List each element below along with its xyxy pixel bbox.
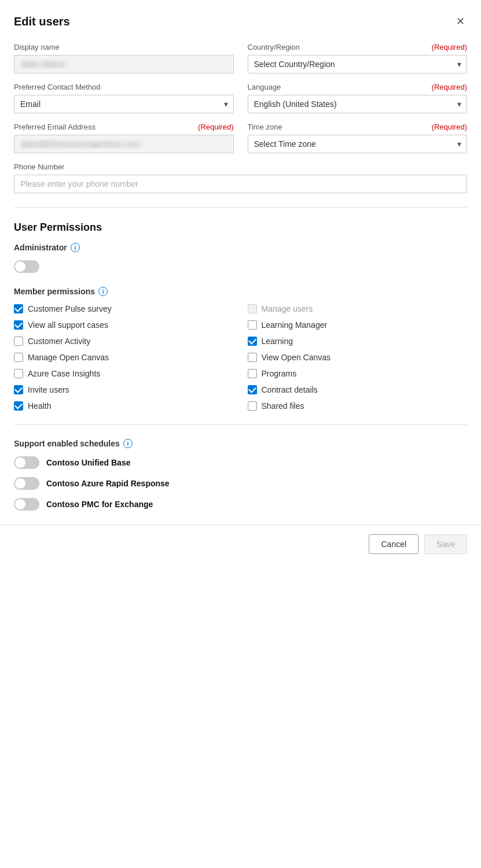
contact-method-group: Preferred Contact Method Email [14,83,234,113]
close-button[interactable]: ✕ [454,14,467,29]
permission-label: Manage Open Canvas [28,353,109,362]
country-select-wrapper: Select Country/Region [248,55,468,73]
permission-item: Azure Case Insights [14,369,234,378]
edit-user-form: Display name Country/Region (Required) S… [14,43,467,193]
member-permissions-subtitle: Member permissions i [14,287,467,296]
checkbox-input[interactable] [14,353,23,362]
save-button[interactable]: Save [424,534,467,554]
permission-item: Invite users [14,385,234,394]
country-label: Country/Region (Required) [248,43,468,51]
country-group: Country/Region (Required) Select Country… [248,43,468,73]
permission-item: Manage users [248,304,468,313]
permission-label: Learning [262,337,293,346]
schedules-section: Support enabled schedules i Contoso Unif… [14,439,467,511]
schedule-label: Contoso PMC for Exchange [46,500,153,509]
user-permissions-section: User Permissions Administrator i Member … [14,221,467,411]
schedule-item: Contoso Unified Base [14,456,467,469]
permission-label: Contract details [262,385,318,394]
language-group: Language (Required) English (United Stat… [248,83,468,113]
permission-label: Customer Pulse survey [28,304,112,313]
permission-label: Manage users [262,304,313,313]
permission-item: Manage Open Canvas [14,353,234,362]
email-input[interactable] [14,135,234,153]
permission-item: View Open Canvas [248,353,468,362]
divider-2 [14,424,467,425]
panel-header: Edit users ✕ [14,14,467,29]
permission-item: Customer Pulse survey [14,304,234,313]
checkbox-input[interactable] [14,385,23,394]
country-select[interactable]: Select Country/Region [248,55,468,73]
admin-toggle-wrapper [14,260,467,273]
timezone-select-wrapper: Select Time zone [248,135,468,153]
contact-method-select-wrapper: Email [14,95,234,113]
permission-label: Shared files [262,401,304,411]
admin-subtitle: Administrator i [14,243,467,252]
schedules-info-icon[interactable]: i [123,439,133,448]
permission-item: Health [14,401,234,411]
phone-input[interactable] [14,175,467,193]
checkbox-input[interactable] [248,337,257,346]
checkbox-input[interactable] [14,304,23,313]
cancel-button[interactable]: Cancel [369,534,418,554]
timezone-group: Time zone (Required) Select Time zone [248,123,468,153]
permission-item: Customer Activity [14,337,234,346]
schedules-list: Contoso Unified BaseContoso Azure Rapid … [14,456,467,511]
checkbox-input[interactable] [14,337,23,346]
checkbox-input[interactable] [248,320,257,330]
display-name-input[interactable] [14,55,234,73]
email-group: Preferred Email Address (Required) [14,123,234,153]
checkbox-input[interactable] [248,401,257,411]
language-select-wrapper: English (United States) [248,95,468,113]
permission-label: Azure Case Insights [28,369,100,378]
permission-label: Programs [262,369,297,378]
permissions-grid: Customer Pulse surveyManage usersView al… [14,304,467,411]
contact-method-label: Preferred Contact Method [14,83,234,91]
permission-label: Health [28,401,51,411]
permission-label: Invite users [28,385,69,394]
footer: Cancel Save [0,525,481,563]
checkbox-input[interactable] [248,353,257,362]
member-permissions-info-icon[interactable]: i [98,287,108,296]
permission-label: Customer Activity [28,337,90,346]
language-select[interactable]: English (United States) [248,95,468,113]
permission-label: View Open Canvas [262,353,331,362]
schedule-item: Contoso PMC for Exchange [14,498,467,511]
checkbox-input[interactable] [14,369,23,378]
permission-label: View all support cases [28,320,108,330]
schedule-toggle[interactable] [14,456,39,469]
timezone-label: Time zone (Required) [248,123,468,131]
schedule-label: Contoso Azure Rapid Response [46,479,170,488]
phone-group: Phone Number [14,162,467,193]
checkbox-input[interactable] [248,369,257,378]
permission-item: Learning Manager [248,320,468,330]
timezone-select[interactable]: Select Time zone [248,135,468,153]
permission-item: View all support cases [14,320,234,330]
schedules-subtitle: Support enabled schedules i [14,439,467,448]
schedule-item: Contoso Azure Rapid Response [14,477,467,490]
contact-method-select[interactable]: Email [14,95,234,113]
display-name-group: Display name [14,43,234,73]
schedule-label: Contoso Unified Base [46,458,130,467]
panel-title: Edit users [14,15,70,28]
permission-item: Programs [248,369,468,378]
admin-info-icon[interactable]: i [71,243,80,252]
email-label: Preferred Email Address (Required) [14,123,234,131]
divider-1 [14,207,467,208]
phone-label: Phone Number [14,162,467,171]
user-permissions-title: User Permissions [14,221,467,234]
checkbox-input[interactable] [14,320,23,330]
language-label: Language (Required) [248,83,468,91]
schedule-toggle[interactable] [14,498,39,511]
checkbox-input[interactable] [248,304,257,313]
checkbox-input[interactable] [14,401,23,411]
admin-toggle[interactable] [14,260,39,273]
checkbox-input[interactable] [248,385,257,394]
permission-item: Shared files [248,401,468,411]
schedule-toggle[interactable] [14,477,39,490]
display-name-label: Display name [14,43,234,51]
permission-item: Learning [248,337,468,346]
permission-label: Learning Manager [262,320,328,330]
permission-item: Contract details [248,385,468,394]
